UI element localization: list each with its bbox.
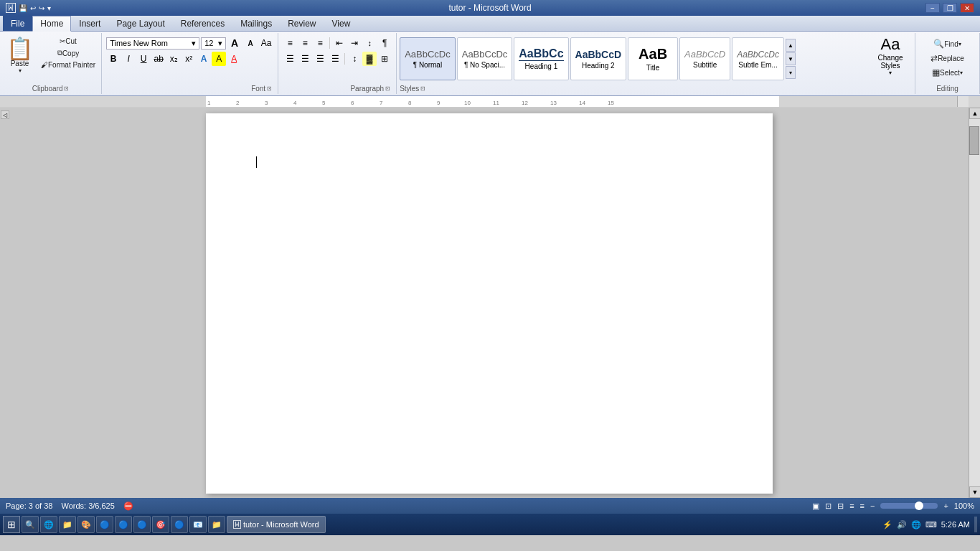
clipboard-expand-icon[interactable]: ⊡ (64, 85, 69, 92)
view-print-button[interactable]: ▣ (812, 501, 819, 511)
sort-button[interactable]: ↕ (362, 36, 377, 50)
document-content[interactable] (206, 113, 773, 211)
left-sidebar-toggle[interactable]: ◁ (1, 110, 9, 119)
scroll-track[interactable] (969, 119, 980, 486)
subscript-button[interactable]: x₂ (166, 52, 181, 66)
align-right-button[interactable]: ☰ (313, 52, 327, 66)
line-spacing-button[interactable]: ↕ (347, 52, 362, 66)
paragraph-expand-icon[interactable]: ⊡ (385, 85, 390, 92)
numbering-button[interactable]: ≡ (298, 36, 312, 50)
tab-mailings[interactable]: Mailings (232, 16, 280, 31)
tab-page-layout[interactable]: Page Layout (108, 16, 172, 31)
taskbar-app-folder[interactable]: 📁 (208, 516, 225, 533)
taskbar-word-button[interactable]: 🅆 tutor - Microsoft Word (227, 516, 326, 533)
view-web-button[interactable]: ⊟ (837, 501, 844, 511)
change-styles-button[interactable]: Aa Change Styles ▾ (869, 34, 912, 78)
svg-text:2: 2 (236, 100, 240, 106)
font-expand-icon[interactable]: ⊡ (267, 85, 272, 92)
italic-button[interactable]: I (121, 52, 136, 66)
tab-home[interactable]: Home (32, 16, 71, 32)
text-cursor (256, 156, 257, 168)
restore-button[interactable]: ❐ (943, 3, 957, 13)
styles-group: AaBbCcDc ¶ Normal AaBbCcDc ¶ No Spaci...… (397, 33, 915, 94)
increase-font-button[interactable]: A (227, 36, 242, 50)
multilevel-button[interactable]: ≡ (313, 36, 327, 50)
styles-label: Styles ⊡ (400, 83, 425, 93)
decrease-font-button[interactable]: A (243, 36, 258, 50)
find-button[interactable]: 🔍 Find ▾ (923, 37, 973, 50)
style-subtitle[interactable]: AaBbCcD Subtitle (679, 37, 730, 80)
increase-indent-button[interactable]: ⇥ (347, 36, 362, 50)
zoom-thumb[interactable] (915, 501, 923, 510)
cut-button[interactable]: ✂ Cut (38, 36, 98, 47)
font-size-selector[interactable]: 12 ▾ (201, 37, 226, 50)
start-button[interactable]: ⊞ (3, 516, 20, 533)
show-marks-button[interactable]: ¶ (377, 36, 392, 50)
replace-button[interactable]: ⇄ Replace (923, 52, 973, 65)
style-heading1[interactable]: AaBbCc Heading 1 (514, 37, 568, 80)
center-button[interactable]: ☰ (298, 52, 312, 66)
taskbar-app-3[interactable]: 🔵 (115, 516, 132, 533)
scroll-thumb[interactable] (969, 126, 979, 155)
underline-button[interactable]: U (136, 52, 151, 66)
styles-scroll-down[interactable]: ▼ (786, 52, 796, 65)
bullets-button[interactable]: ≡ (283, 36, 297, 50)
style-heading2[interactable]: AaBbCcD Heading 2 (570, 37, 627, 80)
borders-button[interactable]: ⊞ (377, 52, 392, 66)
shading-button[interactable]: ▓ (362, 52, 377, 66)
show-desktop-button[interactable] (974, 517, 977, 532)
tab-file[interactable]: File (3, 16, 32, 31)
zoom-in-button[interactable]: + (943, 501, 948, 510)
zoom-slider[interactable] (880, 503, 938, 509)
style-no-spacing[interactable]: AaBbCcDc ¶ No Spaci... (457, 37, 513, 80)
taskbar-app-1[interactable]: 🎨 (77, 516, 95, 533)
decrease-indent-button[interactable]: ⇤ (332, 36, 347, 50)
font-color-button[interactable]: A (227, 52, 241, 66)
text-highlight-button[interactable]: A (212, 52, 226, 66)
view-fullscreen-button[interactable]: ⊡ (825, 501, 831, 511)
scroll-down-button[interactable]: ▼ (969, 486, 980, 498)
clear-format-button[interactable]: Aa (259, 36, 273, 50)
styles-expand-icon[interactable]: ⊡ (420, 85, 425, 92)
styles-scroll-up[interactable]: ▲ (786, 39, 796, 52)
tab-references[interactable]: References (173, 16, 232, 31)
taskbar-app-search[interactable]: 🔍 (22, 516, 39, 533)
minimize-button[interactable]: − (925, 3, 940, 13)
clipboard-group: 📋 Paste ▾ ✂ Cut ⧉ Copy 🖌 Format Painter (0, 33, 102, 94)
document-page[interactable] (206, 113, 773, 494)
zoom-out-button[interactable]: − (870, 501, 875, 510)
taskbar-app-6[interactable]: 🔵 (171, 516, 188, 533)
taskbar-app-2[interactable]: 🔵 (96, 516, 113, 533)
tab-insert[interactable]: Insert (71, 16, 108, 31)
text-effects-button[interactable]: A (197, 52, 211, 66)
tab-review[interactable]: Review (280, 16, 324, 31)
paste-button[interactable]: 📋 Paste ▾ (3, 34, 37, 83)
format-painter-button[interactable]: 🖌 Format Painter (38, 60, 98, 70)
taskbar: ⊞ 🔍 🌐 📁 🎨 🔵 🔵 🔵 🎯 🔵 📧 📁 🅆 tutor - Micros… (0, 514, 980, 535)
font-name-selector[interactable]: Times New Rom ▾ (106, 37, 199, 50)
align-left-button[interactable]: ☰ (283, 52, 297, 66)
justify-button[interactable]: ☰ (328, 52, 342, 66)
taskbar-app-explorer[interactable]: 📁 (59, 516, 76, 533)
view-draft-button[interactable]: ≡ (860, 501, 864, 510)
strikethrough-button[interactable]: ab (151, 52, 166, 66)
scroll-up-button[interactable]: ▲ (969, 108, 980, 119)
taskbar-app-ie[interactable]: 🌐 (40, 516, 57, 533)
paste-icon: 📋 (6, 38, 33, 60)
styles-scroll-more[interactable]: ▾ (786, 66, 796, 79)
taskbar-app-4[interactable]: 🔵 (133, 516, 151, 533)
select-button[interactable]: ▦ Select ▾ (923, 66, 973, 79)
style-title[interactable]: AaB Title (628, 37, 678, 80)
close-button[interactable]: ✕ (960, 3, 974, 13)
superscript-button[interactable]: x² (182, 52, 196, 66)
taskbar-app-5[interactable]: 🎯 (152, 516, 169, 533)
bold-button[interactable]: B (106, 52, 121, 66)
vertical-scrollbar[interactable]: ▲ ▼ (969, 108, 980, 498)
style-subtle-em[interactable]: AaBbCcDc Subtle Em... (732, 37, 784, 80)
view-outline-button[interactable]: ≡ (849, 501, 854, 510)
ruler: 123 456 789 101112 131415 (0, 96, 980, 108)
taskbar-app-email[interactable]: 📧 (189, 516, 207, 533)
style-normal[interactable]: AaBbCcDc ¶ Normal (400, 37, 456, 80)
copy-button[interactable]: ⧉ Copy (38, 47, 98, 59)
tab-view[interactable]: View (324, 16, 359, 31)
